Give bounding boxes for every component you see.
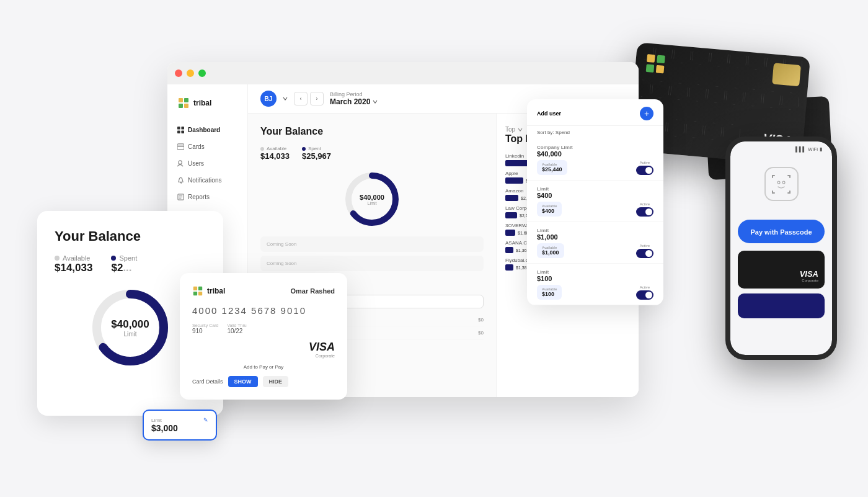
- donut-chart: $40,000 Limit: [260, 168, 484, 230]
- cc-add-wallet: Add to Pay or Pay: [192, 364, 335, 370]
- sidebar-item-reports[interactable]: Reports: [167, 189, 247, 205]
- phone-card-area: Pay with Passcode VISA Corporate: [730, 213, 832, 325]
- cc-header: tribal Omar Rashed: [192, 285, 335, 297]
- bc-donut-amount: $40,000: [111, 318, 149, 331]
- merchant-bar-6: [505, 264, 513, 271]
- cc-details: Security Card 910 Valid Thru 10/22: [192, 323, 335, 334]
- available-stat: Available $14,033: [260, 146, 290, 161]
- coming-soon-items: Coming Soon Coming Soon: [260, 236, 484, 271]
- cc-visa: VISA Corporate: [192, 341, 335, 358]
- svg-rect-25: [646, 64, 655, 73]
- card-icon: [177, 143, 184, 150]
- merchant-bar-1: [505, 177, 523, 184]
- svg-rect-21: [193, 292, 197, 295]
- phone: ▌▌▌ WiFi ▮: [725, 137, 837, 360]
- limit-edit-icon[interactable]: ✎: [203, 417, 208, 423]
- add-user-button[interactable]: +: [640, 107, 653, 120]
- balance-title: Your Balance: [260, 126, 484, 137]
- phone-mini-card-sub: Corporate: [744, 279, 818, 282]
- svg-rect-24: [657, 55, 665, 64]
- svg-rect-6: [177, 130, 180, 133]
- merchant-bar-4: [505, 230, 515, 236]
- bc-donut-label: Limit: [111, 331, 149, 338]
- bc-available-dot: [55, 256, 60, 261]
- rp-toggle-3[interactable]: [636, 249, 653, 258]
- traffic-light-red[interactable]: [175, 69, 182, 77]
- svg-rect-4: [177, 127, 180, 130]
- black-card-chip: [772, 63, 801, 86]
- visa-sub: Corporate: [309, 354, 335, 358]
- svg-rect-1: [184, 98, 188, 102]
- svg-rect-26: [656, 65, 665, 74]
- svg-rect-2: [179, 104, 183, 108]
- wifi-icon: WiFi: [808, 146, 818, 152]
- hide-card-button[interactable]: HIDE: [263, 376, 289, 387]
- cc-security: Security Card 910: [192, 323, 218, 334]
- svg-rect-0: [179, 98, 183, 102]
- face-id-svg: [772, 175, 790, 194]
- chevron-down-icon: [283, 96, 288, 101]
- coming-soon-1: Coming Soon: [260, 236, 484, 252]
- limit-value: $3,000: [151, 423, 208, 433]
- user-avatar[interactable]: BJ: [260, 91, 277, 107]
- rp-toggle-4[interactable]: [636, 290, 653, 300]
- bc-spent-stat: Spent $2...: [111, 254, 137, 274]
- rp-user-row-3: Limit $1,000 Available $1,000 Active: [527, 222, 663, 264]
- tribal-logo-icon: [177, 97, 190, 109]
- traffic-light-green[interactable]: [198, 69, 206, 77]
- svg-point-28: [782, 181, 785, 184]
- credit-card: tribal Omar Rashed 4000 1234 5678 9010 S…: [180, 273, 347, 400]
- visa-text: VISA: [309, 341, 335, 354]
- svg-rect-9: [177, 146, 184, 147]
- nav-forward-button[interactable]: ›: [310, 92, 324, 105]
- sidebar-item-cards[interactable]: Cards: [167, 138, 247, 155]
- bc-available-value: $14,033: [55, 262, 92, 274]
- cc-logo-area: tribal: [192, 285, 225, 297]
- users-icon: [177, 160, 184, 167]
- donut-label: Limit: [360, 201, 384, 205]
- phone-inner: ▌▌▌ WiFi ▮: [730, 141, 832, 355]
- rp-toggle-1[interactable]: [636, 166, 653, 175]
- rp-available-box-3: Available $1,000: [537, 243, 564, 258]
- rp-user-row-2: Limit $400 Available $400 Active: [527, 181, 663, 222]
- available-value: $14,033: [260, 151, 290, 161]
- cc-number: 4000 1234 5678 9010: [192, 305, 335, 316]
- spent-stat: Spent $25,967: [302, 146, 331, 161]
- sidebar-nav: Dashboard Cards User: [167, 122, 247, 205]
- sidebar-item-notifications[interactable]: Notifications: [167, 172, 247, 189]
- tribal-logo-text: tribal: [193, 99, 211, 107]
- cc-owner: Omar Rashed: [290, 287, 335, 295]
- bc-available-stat: Available $14,033: [55, 254, 92, 274]
- svg-rect-19: [193, 287, 197, 290]
- phone-mini-card: VISA Corporate: [738, 251, 825, 289]
- period-chevron-icon: [373, 99, 378, 104]
- limit-card: Limit ✎ $3,000: [143, 410, 217, 441]
- cc-tribal-text: tribal: [207, 287, 225, 295]
- period-select[interactable]: March 2020: [330, 97, 378, 106]
- show-card-button[interactable]: SHOW: [228, 376, 258, 387]
- pay-with-passcode-button[interactable]: Pay with Passcode: [738, 220, 825, 243]
- reports-icon: [177, 194, 184, 200]
- rp-toggle-2[interactable]: [636, 207, 653, 217]
- rp-add-user-label: Add user: [537, 110, 561, 117]
- window-titlebar: [167, 62, 639, 84]
- merchant-bar-5: [505, 247, 513, 253]
- phone-mini-card-visa: VISA: [744, 269, 818, 279]
- sidebar-item-users[interactable]: Users: [167, 155, 247, 172]
- phone-face-id: [730, 154, 832, 213]
- traffic-light-yellow[interactable]: [187, 69, 194, 77]
- phone-second-card: [738, 293, 825, 318]
- balance-card-stats: Available $14,033 Spent $2...: [55, 254, 206, 274]
- spent-dot: [302, 147, 306, 151]
- phone-status-bar: ▌▌▌ WiFi ▮: [730, 141, 832, 154]
- nav-back-button[interactable]: ‹: [294, 92, 308, 105]
- svg-point-27: [777, 181, 780, 184]
- sidebar-item-dashboard[interactable]: Dashboard: [167, 122, 247, 138]
- rp-user-row-1: Company Limit $40,000 Available $25,440 …: [527, 139, 663, 181]
- rp-user-row-4: Limit $100 Available $100 Active: [527, 264, 663, 305]
- black-card-logo: [644, 51, 668, 76]
- cc-valid-thru: Valid Thru 10/22: [227, 323, 246, 334]
- rp-sort: Sort by: Spend: [537, 130, 653, 135]
- cc-footer-label: Card Details: [192, 378, 223, 385]
- svg-rect-7: [181, 130, 184, 133]
